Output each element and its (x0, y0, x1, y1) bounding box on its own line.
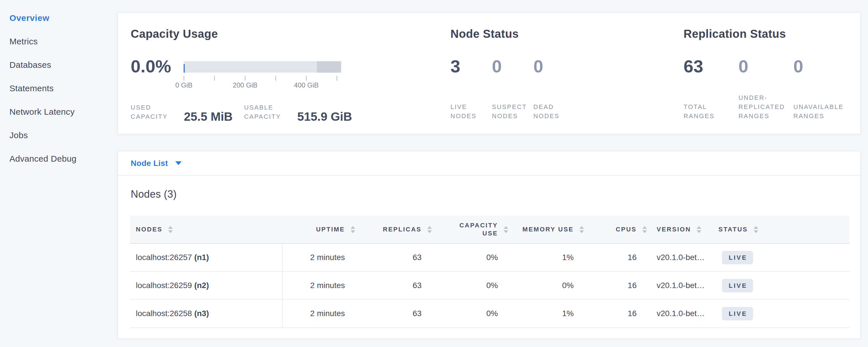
capacity-gauge-bar (184, 61, 341, 73)
version-cell: v20.1.0-bet… (647, 300, 716, 327)
uptime-cell: 2 minutes (283, 300, 355, 327)
total-ranges-label: TOTAL RANGES (684, 102, 737, 121)
capacity-use-cell: 0% (432, 272, 508, 299)
memory-use-cell: 0% (508, 272, 584, 299)
node-list-dropdown-label: Node List (131, 159, 168, 168)
sidebar: Overview Metrics Databases Statements Ne… (9, 6, 107, 170)
node-status-title: Node Status (451, 28, 679, 40)
memory-use-cell: 1% (508, 244, 584, 271)
dead-nodes-stat: 0 DEAD NODES (533, 56, 575, 121)
node-list-card: Node List Nodes (3) NODES UPTIME REPLICA… (117, 151, 861, 339)
sort-icon (580, 226, 584, 233)
cpus-cell: 16 (584, 272, 647, 299)
capacity-usage-panel: Capacity Usage 0.0% 0 GiB 200 GiB 400 Gi… (131, 28, 448, 40)
replicas-cell: 63 (355, 272, 432, 299)
axis-tick-label: 400 GiB (294, 81, 319, 89)
column-header-nodes[interactable]: NODES (130, 216, 283, 243)
node-address: localhost:26257 (136, 253, 192, 262)
dead-nodes-label: DEAD NODES (533, 102, 572, 121)
sort-icon (642, 226, 647, 233)
sidebar-item-jobs[interactable]: Jobs (9, 124, 107, 147)
sidebar-item-statements[interactable]: Statements (9, 77, 107, 100)
capacity-gauge: 0.0% 0 GiB 200 GiB 400 GiB (131, 56, 341, 89)
table-row[interactable]: localhost:26257(n1) 2 minutes 63 0% 1% 1… (130, 244, 849, 272)
memory-use-cell: 1% (508, 300, 584, 327)
column-header-memory-use[interactable]: MEMORY USE (508, 216, 584, 243)
replication-status-panel: Replication Status 63 TOTAL RANGES 0 UND… (684, 28, 855, 40)
status-badge: LIVE (722, 251, 753, 264)
capacity-gauge-used-marker (184, 64, 185, 73)
column-header-status[interactable]: STATUS (716, 216, 849, 243)
version-cell: v20.1.0-bet… (647, 244, 716, 271)
total-ranges-value: 63 (684, 56, 739, 76)
table-row[interactable]: localhost:26259(n2) 2 minutes 63 0% 0% 1… (130, 272, 849, 300)
node-address: localhost:26258 (136, 309, 192, 318)
dead-nodes-value: 0 (533, 56, 575, 76)
sidebar-item-metrics[interactable]: Metrics (9, 30, 107, 53)
suspect-nodes-value: 0 (492, 56, 533, 76)
uptime-cell: 2 minutes (283, 272, 355, 299)
suspect-nodes-label: SUSPECT NODES (492, 102, 530, 121)
replication-status-title: Replication Status (684, 28, 855, 40)
cluster-summary-card: Capacity Usage 0.0% 0 GiB 200 GiB 400 Gi… (117, 12, 861, 134)
table-row[interactable]: localhost:26258(n3) 2 minutes 63 0% 1% 1… (130, 300, 849, 328)
sort-icon (697, 226, 701, 233)
under-replicated-ranges-stat: 0 UNDER-REPLICATED RANGES (739, 56, 793, 121)
sort-icon (351, 226, 355, 233)
node-id: (n3) (194, 309, 209, 318)
total-ranges-stat: 63 TOTAL RANGES (684, 56, 739, 121)
live-nodes-value: 3 (451, 56, 492, 76)
replicas-cell: 63 (355, 300, 432, 327)
sidebar-item-advanced-debug[interactable]: Advanced Debug (9, 147, 107, 170)
cpus-cell: 16 (584, 244, 647, 271)
uptime-cell: 2 minutes (283, 244, 355, 271)
sort-icon (504, 226, 508, 233)
nodes-table-header: NODES UPTIME REPLICAS CAPACITY USE MEMOR… (130, 216, 849, 244)
usable-capacity-value: 515.9 GiB (297, 110, 352, 124)
column-header-uptime[interactable]: UPTIME (283, 216, 355, 243)
capacity-gauge-ticks (184, 73, 341, 81)
axis-tick-label: 200 GiB (233, 81, 258, 89)
live-nodes-stat: 3 LIVE NODES (451, 56, 492, 121)
used-capacity-value: 25.5 MiB (184, 110, 232, 124)
node-id: (n1) (194, 253, 209, 262)
column-header-cpus[interactable]: CPUS (584, 216, 647, 243)
column-header-version[interactable]: VERSION (647, 216, 716, 243)
capacity-gauge-reserved-segment (317, 61, 341, 73)
unavailable-ranges-stat: 0 UNAVAILABLE RANGES (793, 56, 848, 121)
cpus-cell: 16 (584, 300, 647, 327)
unavailable-ranges-label: UNAVAILABLE RANGES (793, 102, 847, 121)
node-list-dropdown[interactable]: Node List (118, 151, 860, 176)
node-id: (n2) (194, 281, 209, 290)
node-status-panel: Node Status 3 LIVE NODES 0 SUSPECT NODES… (451, 28, 679, 40)
replicas-cell: 63 (355, 244, 432, 271)
sort-icon (427, 226, 432, 233)
sort-icon (753, 226, 758, 233)
node-address: localhost:26259 (136, 281, 192, 290)
live-nodes-label: LIVE NODES (451, 102, 489, 121)
version-cell: v20.1.0-bet… (647, 272, 716, 299)
sidebar-item-databases[interactable]: Databases (9, 53, 107, 77)
nodes-count-heading: Nodes (3) (131, 188, 860, 200)
sidebar-item-overview[interactable]: Overview (9, 6, 107, 30)
capacity-use-cell: 0% (432, 244, 508, 271)
capacity-usage-title: Capacity Usage (131, 28, 448, 40)
sidebar-item-network-latency[interactable]: Network Latency (9, 100, 107, 124)
column-header-replicas[interactable]: REPLICAS (355, 216, 432, 243)
suspect-nodes-stat: 0 SUSPECT NODES (492, 56, 533, 121)
nodes-table: NODES UPTIME REPLICAS CAPACITY USE MEMOR… (130, 216, 849, 328)
sort-icon (168, 226, 173, 233)
unavailable-ranges-value: 0 (793, 56, 848, 76)
axis-tick-label: 0 GiB (175, 81, 192, 89)
used-capacity-label: USED CAPACITY (131, 103, 174, 121)
under-replicated-ranges-label: UNDER-REPLICATED RANGES (739, 93, 792, 121)
status-badge: LIVE (722, 307, 753, 320)
usable-capacity-label: USABLE CAPACITY (244, 103, 287, 121)
under-replicated-ranges-value: 0 (739, 56, 793, 76)
status-badge: LIVE (722, 279, 753, 292)
column-header-capacity-use[interactable]: CAPACITY USE (432, 216, 508, 243)
chevron-down-icon (175, 161, 182, 165)
capacity-use-cell: 0% (432, 300, 508, 327)
